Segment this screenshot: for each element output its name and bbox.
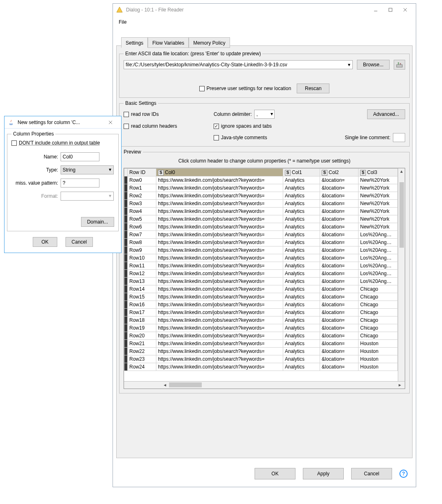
col-col3[interactable]: SCol3 bbox=[359, 169, 398, 176]
col-col0[interactable]: SCol0 bbox=[156, 169, 283, 176]
cell-col2: &location= bbox=[320, 270, 359, 278]
table-row[interactable]: Row11https://www.linkedin.com/jobs/searc… bbox=[124, 262, 398, 270]
read-row-ids-checkbox[interactable]: read row IDs bbox=[124, 111, 214, 117]
domain-button[interactable]: Domain... bbox=[81, 217, 114, 227]
advanced-button[interactable]: Advanced... bbox=[367, 109, 405, 119]
read-column-headers-checkbox[interactable]: read column headers bbox=[124, 123, 214, 129]
cell-col1: Analytics bbox=[283, 254, 320, 262]
chevron-down-icon[interactable]: ▾ bbox=[348, 62, 350, 68]
table-row[interactable]: Row19https://www.linkedin.com/jobs/searc… bbox=[124, 324, 398, 332]
tab-settings[interactable]: Settings bbox=[121, 37, 148, 48]
cell-rowid: Row23 bbox=[128, 355, 156, 363]
close-button[interactable] bbox=[103, 118, 118, 127]
tab-memory-policy[interactable]: Memory Policy bbox=[189, 37, 230, 48]
cancel-button[interactable]: Cancel bbox=[351, 468, 392, 479]
ignore-spaces-checkbox[interactable]: ✓ignore spaces and tabs bbox=[214, 123, 320, 129]
table-row[interactable]: Row18https://www.linkedin.com/jobs/searc… bbox=[124, 316, 398, 324]
file-path-input[interactable] bbox=[124, 60, 353, 69]
table-row[interactable]: Row23https://www.linkedin.com/jobs/searc… bbox=[124, 355, 398, 363]
cell-col0: https://www.linkedin.com/jobs/search?key… bbox=[156, 309, 283, 316]
help-icon[interactable]: ? bbox=[399, 470, 408, 478]
chevron-down-icon[interactable]: ▾ bbox=[109, 167, 111, 172]
table-row[interactable]: Row15https://www.linkedin.com/jobs/searc… bbox=[124, 293, 398, 301]
tab-strip: Settings Flow Variables Memory Policy bbox=[119, 37, 230, 48]
rescan-button[interactable]: Rescan bbox=[297, 84, 329, 93]
cell-col1: Analytics bbox=[283, 355, 320, 363]
vertical-scrollbar[interactable]: ▴ bbox=[398, 168, 405, 381]
tab-flow-variables[interactable]: Flow Variables bbox=[148, 37, 189, 48]
name-input[interactable] bbox=[61, 152, 99, 161]
single-line-comment-input[interactable] bbox=[393, 133, 405, 142]
table-row[interactable]: Row5https://www.linkedin.com/jobs/search… bbox=[124, 215, 398, 223]
preserve-settings-checkbox[interactable]: Preserve user settings for new location bbox=[199, 86, 291, 91]
table-row[interactable]: Row13https://www.linkedin.com/jobs/searc… bbox=[124, 278, 398, 285]
cell-rowid: Row6 bbox=[128, 223, 156, 231]
table-row[interactable]: Row17https://www.linkedin.com/jobs/searc… bbox=[124, 309, 398, 316]
cell-col1: Analytics bbox=[283, 223, 320, 231]
cell-col2: &location= bbox=[320, 355, 359, 363]
browse-button[interactable]: Browse... bbox=[357, 60, 390, 70]
chevron-down-icon[interactable]: ▾ bbox=[271, 111, 273, 117]
menu-file[interactable]: File bbox=[116, 18, 129, 27]
table-header-row[interactable]: Row ID SCol0 SCol1 SCol2 SCol3 bbox=[124, 169, 398, 176]
close-button[interactable] bbox=[398, 5, 413, 15]
table-row[interactable]: Row3https://www.linkedin.com/jobs/search… bbox=[124, 200, 398, 208]
preview-hint: Click column header to change column pro… bbox=[122, 157, 407, 166]
table-row[interactable]: Row24https://www.linkedin.com/jobs/searc… bbox=[124, 363, 398, 371]
cell-col1: Analytics bbox=[283, 208, 320, 215]
preview-table-container: Row ID SCol0 SCol1 SCol2 SCol3 Row0https… bbox=[124, 168, 405, 389]
cell-col0: https://www.linkedin.com/jobs/search?key… bbox=[156, 355, 283, 363]
type-select[interactable] bbox=[61, 165, 114, 174]
table-row[interactable]: Row22https://www.linkedin.com/jobs/searc… bbox=[124, 348, 398, 355]
preview-table[interactable]: Row ID SCol0 SCol1 SCol2 SCol3 Row0https… bbox=[124, 168, 398, 371]
cell-col3: New%20York bbox=[359, 223, 398, 231]
table-row[interactable]: Row2https://www.linkedin.com/jobs/search… bbox=[124, 192, 398, 200]
col-col2[interactable]: SCol2 bbox=[320, 169, 359, 176]
table-row[interactable]: Row14https://www.linkedin.com/jobs/searc… bbox=[124, 285, 398, 293]
column-settings-window: New settings for column 'C... Column Pro… bbox=[4, 116, 122, 253]
table-row[interactable]: Row6https://www.linkedin.com/jobs/search… bbox=[124, 223, 398, 231]
apply-button[interactable]: Apply bbox=[303, 468, 344, 479]
format-select[interactable] bbox=[61, 192, 114, 201]
cell-col3: Los%20Ang… bbox=[359, 262, 398, 270]
cell-rowid: Row2 bbox=[128, 192, 156, 200]
table-row[interactable]: Row8https://www.linkedin.com/jobs/search… bbox=[124, 239, 398, 246]
cancel-button[interactable]: Cancel bbox=[65, 237, 93, 247]
maximize-button[interactable] bbox=[383, 5, 398, 15]
history-icon-button[interactable] bbox=[394, 60, 405, 70]
scrollbar-thumb[interactable] bbox=[399, 182, 404, 248]
cell-col3: Chicago bbox=[359, 309, 398, 316]
table-row[interactable]: Row21https://www.linkedin.com/jobs/searc… bbox=[124, 340, 398, 348]
scrollbar-thumb[interactable] bbox=[169, 382, 202, 387]
table-row[interactable]: Row4https://www.linkedin.com/jobs/search… bbox=[124, 208, 398, 215]
table-row[interactable]: Row0https://www.linkedin.com/jobs/search… bbox=[124, 176, 398, 184]
cell-col3: New%20York bbox=[359, 200, 398, 208]
table-row[interactable]: Row7https://www.linkedin.com/jobs/search… bbox=[124, 231, 398, 239]
svg-marker-0 bbox=[117, 7, 122, 12]
chevron-down-icon[interactable]: ▾ bbox=[109, 193, 111, 199]
ok-button[interactable]: OK bbox=[255, 468, 295, 479]
col-col1[interactable]: SCol1 bbox=[283, 169, 320, 176]
cell-col0: https://www.linkedin.com/jobs/search?key… bbox=[156, 270, 283, 278]
table-row[interactable]: Row9https://www.linkedin.com/jobs/search… bbox=[124, 246, 398, 254]
col-rowid[interactable]: Row ID bbox=[128, 169, 156, 176]
table-row[interactable]: Row12https://www.linkedin.com/jobs/searc… bbox=[124, 270, 398, 278]
file-location-group: Enter ASCII data file location: (press '… bbox=[119, 51, 410, 98]
cell-col0: https://www.linkedin.com/jobs/search?key… bbox=[156, 324, 283, 332]
table-row[interactable]: Row10https://www.linkedin.com/jobs/searc… bbox=[124, 254, 398, 262]
cell-col2: &location= bbox=[320, 223, 359, 231]
ok-button[interactable]: OK bbox=[33, 237, 57, 247]
miss-pattern-input[interactable] bbox=[61, 179, 99, 188]
horizontal-scrollbar[interactable]: ◂ ▸ bbox=[124, 381, 405, 389]
tab-client-area: Enter ASCII data file location: (press '… bbox=[116, 45, 413, 458]
cell-rowid: Row22 bbox=[128, 348, 156, 355]
cell-rowid: Row1 bbox=[128, 184, 156, 192]
table-row[interactable]: Row20https://www.linkedin.com/jobs/searc… bbox=[124, 332, 398, 340]
java-comments-checkbox[interactable]: Java-style comments bbox=[214, 135, 320, 140]
dont-include-checkbox[interactable]: DON'T include column in output table bbox=[11, 140, 100, 146]
minimize-button[interactable] bbox=[368, 5, 383, 15]
cell-col3: New%20York bbox=[359, 176, 398, 184]
titlebar[interactable]: Dialog - 10:1 - File Reader bbox=[113, 4, 416, 16]
table-row[interactable]: Row1https://www.linkedin.com/jobs/search… bbox=[124, 184, 398, 192]
table-row[interactable]: Row16https://www.linkedin.com/jobs/searc… bbox=[124, 301, 398, 309]
